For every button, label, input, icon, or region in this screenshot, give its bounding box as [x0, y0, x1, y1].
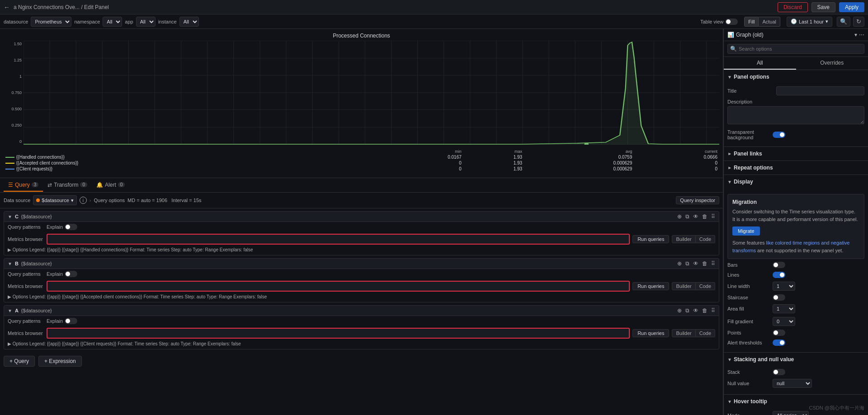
query-A-add-icon[interactable]: ⊕: [677, 307, 682, 314]
run-queries-C[interactable]: Run queries: [632, 235, 669, 243]
tab-alert[interactable]: 🔔 Alert 0: [92, 179, 129, 192]
back-button[interactable]: ←: [4, 4, 10, 11]
instance-select[interactable]: All: [179, 17, 199, 27]
metrics-input-B[interactable]: irate(nginx_connections_accepted{instanc…: [47, 281, 630, 292]
collapse-A-icon[interactable]: ▼: [8, 308, 12, 313]
datasource-select[interactable]: Prometheus: [31, 17, 71, 27]
builder-btn-C[interactable]: Builder: [672, 235, 695, 243]
save-button[interactable]: Save: [811, 2, 835, 12]
explain-switch-C[interactable]: [65, 224, 77, 230]
panel-links-header[interactable]: ▼ Panel links: [724, 147, 868, 160]
options-toggle-C[interactable]: ▶ Options: [8, 247, 28, 252]
line-width-select[interactable]: 123: [773, 282, 795, 291]
query-A-drag-icon[interactable]: ⠿: [711, 307, 715, 314]
refresh-button[interactable]: ↻: [853, 17, 864, 27]
tab-query[interactable]: ☰ Query 3: [4, 179, 43, 192]
staircase-row: Staircase: [727, 294, 864, 301]
query-B-add-icon[interactable]: ⊕: [677, 260, 682, 267]
metrics-input-A[interactable]: irate(nginx_connections_handled{instance…: [47, 328, 630, 339]
time-range-picker[interactable]: 🕐 Last 1 hour: [787, 17, 832, 27]
mode-select[interactable]: All seriesSingle: [773, 411, 809, 415]
apply-button[interactable]: Apply: [839, 2, 864, 12]
query-A-toggle-icon[interactable]: 👁: [693, 307, 698, 314]
repeat-options-header[interactable]: ▼ Repeat options: [724, 161, 868, 174]
collapse-C-icon[interactable]: ▼: [8, 214, 12, 219]
query-B-copy-icon[interactable]: ⧉: [685, 260, 689, 267]
options-toggle-B[interactable]: ▶ Options: [8, 294, 28, 299]
migrate-button[interactable]: Migrate: [732, 226, 760, 236]
add-query-button[interactable]: + Query: [4, 356, 35, 367]
query-C-toggle-icon[interactable]: 👁: [693, 213, 698, 220]
query-C-delete-icon[interactable]: 🗑: [702, 213, 708, 220]
tab-overrides[interactable]: Overrides: [796, 57, 868, 70]
query-B-toggle-icon[interactable]: 👁: [693, 260, 698, 267]
query-B-drag-icon[interactable]: ⠿: [711, 260, 715, 267]
tab-transform[interactable]: ⇄ Transform 0: [43, 179, 92, 192]
display-header[interactable]: ▼ Display: [724, 175, 868, 189]
ds-info-icon[interactable]: i: [80, 197, 87, 204]
options-toggle-A[interactable]: ▶ Options: [8, 341, 28, 346]
query-block-C-header: ▼ C {$datasource} ⊕ ⧉ 👁 🗑 ⠿: [4, 212, 719, 222]
tab-transform-badge: 0: [80, 182, 87, 187]
staircase-toggle[interactable]: [773, 294, 785, 301]
builder-btn-B[interactable]: Builder: [672, 282, 695, 290]
run-queries-A[interactable]: Run queries: [632, 329, 669, 337]
bars-toggle[interactable]: [773, 262, 785, 268]
query-block-C: ▼ C {$datasource} ⊕ ⧉ 👁 🗑 ⠿ Query patter…: [4, 211, 719, 255]
legend-col-min: min: [378, 148, 463, 154]
query-C-add-icon[interactable]: ⊕: [677, 213, 682, 220]
stack-toggle[interactable]: [773, 369, 785, 375]
run-queries-B[interactable]: Run queries: [632, 282, 669, 290]
points-toggle[interactable]: [773, 330, 785, 336]
null-value-select[interactable]: nullconnectednull as zero: [773, 379, 812, 388]
collapse-B-icon[interactable]: ▼: [8, 261, 12, 266]
time-range-label: Last 1 hour: [799, 19, 824, 24]
add-expression-button[interactable]: + Expression: [38, 356, 82, 367]
panel-options-arrow: ▼: [727, 75, 732, 80]
query-C-options: ▶ Options Legend: {{app}} {{stage}} {{Ha…: [4, 246, 719, 255]
panel-more-icon[interactable]: ⋯: [859, 32, 864, 38]
namespace-select[interactable]: All: [103, 17, 122, 27]
panel-options-header[interactable]: ▼ Panel options: [724, 70, 868, 84]
tab-alert-icon: 🔔: [96, 182, 103, 188]
query-C-drag-icon[interactable]: ⠿: [711, 213, 715, 220]
query-B-delete-icon[interactable]: 🗑: [702, 260, 708, 267]
panel-collapse-icon[interactable]: ▾: [854, 32, 857, 38]
zoom-out-button[interactable]: 🔍: [837, 17, 850, 27]
fill-button[interactable]: Fill: [744, 17, 759, 27]
code-btn-A[interactable]: Code: [696, 329, 715, 337]
table-view-switch[interactable]: [725, 19, 738, 25]
explain-switch-B[interactable]: [65, 271, 77, 277]
query-C-copy-icon[interactable]: ⧉: [685, 213, 689, 220]
tab-all[interactable]: All: [724, 57, 796, 70]
query-A-patterns-row: Query patterns Explain: [4, 316, 719, 326]
discard-button[interactable]: Discard: [778, 2, 808, 12]
description-label: Description: [727, 99, 864, 104]
alert-thresholds-toggle[interactable]: [773, 340, 785, 346]
transparent-bg-toggle[interactable]: [773, 132, 785, 138]
title-input[interactable]: Processed Connections: [776, 86, 864, 95]
area-fill-select[interactable]: 102: [773, 304, 795, 313]
query-inspector-button[interactable]: Query inspector: [676, 196, 719, 204]
builder-btn-A[interactable]: Builder: [672, 329, 695, 337]
ds-bar-select[interactable]: $datasource: [33, 195, 77, 205]
query-A-copy-icon[interactable]: ⧉: [685, 307, 689, 314]
code-btn-B[interactable]: Code: [696, 282, 715, 290]
query-A-delete-icon[interactable]: 🗑: [702, 307, 708, 314]
stacking-header[interactable]: ▼ Stacking and null value: [724, 353, 868, 366]
fill-gradient-select[interactable]: 01: [773, 317, 795, 326]
lines-toggle[interactable]: [773, 272, 785, 278]
area-fill-label: Area fill: [727, 306, 773, 311]
all-overrides-tabs: All Overrides: [724, 57, 868, 70]
app-label: app: [125, 19, 133, 24]
search-input[interactable]: [727, 44, 864, 54]
bars-row: Bars: [727, 262, 864, 268]
actual-button[interactable]: Actual: [759, 17, 780, 27]
metrics-input-C[interactable]: irate(nginx_http_requests_total{instance…: [47, 234, 630, 245]
code-btn-C[interactable]: Code: [696, 235, 715, 243]
description-textarea[interactable]: [727, 106, 864, 124]
query-options-btn[interactable]: Query options: [94, 198, 125, 203]
legend-min-handled: 0.0167: [378, 154, 463, 160]
app-select[interactable]: All: [136, 17, 156, 27]
explain-switch-A[interactable]: [65, 318, 77, 324]
